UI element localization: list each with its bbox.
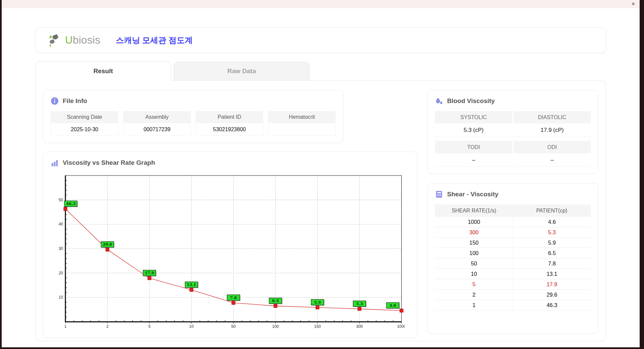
ubiosis-logo: Ubiosis xyxy=(48,34,100,47)
svg-text:17.9: 17.9 xyxy=(145,270,154,275)
file-info-grid: Scanning Date 2025-10-30 Assembly 000717… xyxy=(51,111,336,136)
logo-text: Ubiosis xyxy=(65,34,100,46)
graph-card: Viscosity vs Shear Rate Graph 1020304050… xyxy=(43,152,417,338)
svg-text:29.6: 29.6 xyxy=(103,242,112,247)
bar-chart-icon xyxy=(51,159,59,167)
svg-text:5.3: 5.3 xyxy=(356,301,363,306)
svg-text:1000: 1000 xyxy=(397,324,405,329)
svg-text:30: 30 xyxy=(59,246,63,251)
info-icon xyxy=(51,97,59,105)
svg-text:50: 50 xyxy=(231,324,236,329)
blood-viscosity-card: Blood Viscosity SYSTOLIC DIASTOLIC 5.3 (… xyxy=(427,90,598,174)
shear-row: 1006.5 xyxy=(435,248,591,258)
shear-viscosity-title: Shear - Viscosity xyxy=(447,191,498,198)
svg-text:150: 150 xyxy=(314,324,321,329)
svg-text:50: 50 xyxy=(59,198,63,202)
systolic-value: 5.3 (cP) xyxy=(435,123,512,137)
todi-value: – xyxy=(435,153,512,167)
shear-row: 517.9 xyxy=(435,279,591,290)
shear-row: 229.6 xyxy=(435,290,591,300)
svg-text:1: 1 xyxy=(64,324,67,329)
shear-row: 146.3 xyxy=(435,300,591,310)
svg-text:20: 20 xyxy=(59,271,63,276)
app-title: 스캐닝 모세관 점도계 xyxy=(116,35,193,46)
field-assembly: Assembly 000717239 xyxy=(123,111,191,136)
field-value: 53021923800 xyxy=(196,123,263,136)
graph-title: Viscosity vs Shear Rate Graph xyxy=(63,159,155,166)
svg-text:300: 300 xyxy=(356,324,363,329)
shear-row: 3005.3 xyxy=(435,227,591,238)
svg-text:100: 100 xyxy=(272,324,279,329)
shear-viscosity-header: Shear - Viscosity xyxy=(435,190,591,198)
file-info-header: File Info xyxy=(51,97,336,105)
svg-text:40: 40 xyxy=(59,222,63,227)
blood-viscosity-title: Blood Viscosity xyxy=(447,97,495,105)
col-patient: PATIENT(cp) xyxy=(513,204,591,217)
app-window: × Ubiosis 스캐닝 모세관 점도계 Result Raw Data xyxy=(0,0,644,349)
ubiosis-logo-icon xyxy=(48,34,63,47)
calculator-icon xyxy=(435,190,443,198)
field-hematocrit: Hematocrit xyxy=(268,111,336,136)
field-patient-id: Patient ID 53021923800 xyxy=(196,111,263,136)
window-close-button[interactable]: × xyxy=(632,1,635,7)
viscosity-chart: 10203040501251050100150300100046.329.617… xyxy=(51,173,405,331)
file-info-title: File Info xyxy=(63,97,87,105)
field-value xyxy=(268,123,336,136)
field-label: Patient ID xyxy=(196,111,263,123)
shear-row: 10004.6 xyxy=(435,217,591,227)
shear-table-header: SHEAR RATE(1/s) PATIENT(cp) xyxy=(435,204,591,217)
svg-text:4.6: 4.6 xyxy=(389,303,396,308)
shear-row: 1505.9 xyxy=(435,238,591,248)
svg-text:46.3: 46.3 xyxy=(66,201,75,206)
field-label: Assembly xyxy=(123,111,191,123)
result-panel: File Info Scanning Date 2025-10-30 Assem… xyxy=(35,80,606,341)
diastolic-value: 17.9 (cP) xyxy=(514,123,591,137)
svg-text:13.1: 13.1 xyxy=(187,282,196,287)
window-titlebar: × xyxy=(2,0,640,8)
blood-drop-icon xyxy=(435,97,443,105)
diastolic-label: DIASTOLIC xyxy=(514,111,591,123)
shear-viscosity-card: Shear - Viscosity SHEAR RATE(1/s) PATIEN… xyxy=(427,183,598,334)
field-label: Hematocrit xyxy=(268,111,336,123)
left-column: File Info Scanning Date 2025-10-30 Assem… xyxy=(43,90,417,334)
tab-bar: Result Raw Data xyxy=(35,61,606,81)
shear-row: 507.8 xyxy=(435,258,591,269)
systolic-label: SYSTOLIC xyxy=(435,111,512,123)
header-card: Ubiosis 스캐닝 모세관 점도계 xyxy=(35,28,606,53)
svg-text:6.5: 6.5 xyxy=(272,298,279,303)
odi-value: – xyxy=(514,153,591,167)
file-info-card: File Info Scanning Date 2025-10-30 Assem… xyxy=(43,90,343,143)
svg-text:2: 2 xyxy=(106,324,109,329)
spacer xyxy=(435,137,591,141)
field-value: 000717239 xyxy=(123,123,191,136)
svg-text:10: 10 xyxy=(189,324,194,329)
blood-viscosity-grid: SYSTOLIC DIASTOLIC 5.3 (cP) 17.9 (cP) TO… xyxy=(435,111,591,167)
tab-raw-data[interactable]: Raw Data xyxy=(174,62,310,81)
field-scanning-date: Scanning Date 2025-10-30 xyxy=(51,111,118,136)
col-shear-rate: SHEAR RATE(1/s) xyxy=(435,204,513,217)
svg-text:10: 10 xyxy=(59,295,63,300)
odi-label: ODI xyxy=(514,141,591,153)
svg-text:7.8: 7.8 xyxy=(230,295,237,300)
graph-header: Viscosity vs Shear Rate Graph xyxy=(51,159,410,167)
svg-text:5.9: 5.9 xyxy=(314,300,321,305)
blood-viscosity-header: Blood Viscosity xyxy=(435,97,591,105)
svg-text:5: 5 xyxy=(148,324,151,329)
todi-label: TODI xyxy=(435,141,512,153)
page: Ubiosis 스캐닝 모세관 점도계 Result Raw Data xyxy=(2,8,640,341)
field-label: Scanning Date xyxy=(51,111,118,123)
right-column: Blood Viscosity SYSTOLIC DIASTOLIC 5.3 (… xyxy=(427,90,598,334)
tab-result[interactable]: Result xyxy=(35,61,171,81)
field-value: 2025-10-30 xyxy=(51,123,118,136)
shear-row: 1013.1 xyxy=(435,269,591,279)
